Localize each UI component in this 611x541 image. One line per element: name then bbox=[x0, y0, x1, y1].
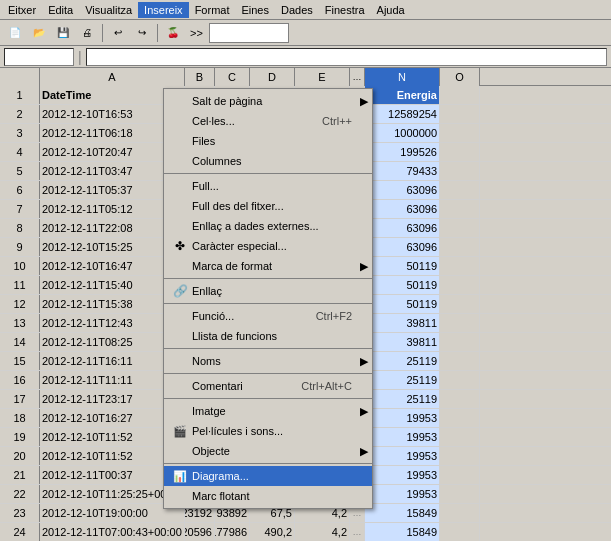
col-header-d[interactable]: D bbox=[250, 68, 295, 86]
undo-btn[interactable]: ↩ bbox=[107, 22, 129, 44]
menu-item-celles[interactable]: Cel·les... Ctrl++ bbox=[164, 111, 372, 131]
menu-eitxer[interactable]: Eitxer bbox=[2, 2, 42, 18]
cell[interactable]: 50119 bbox=[365, 257, 440, 275]
cell[interactable]: 15849 bbox=[365, 504, 440, 522]
menu-item-marca-format[interactable]: Marca de format ▶ bbox=[164, 256, 372, 276]
cell[interactable]: 19953 bbox=[365, 447, 440, 465]
cell[interactable] bbox=[440, 447, 480, 465]
col-header-b[interactable]: B bbox=[185, 68, 215, 86]
cell[interactable]: 4,2 bbox=[295, 523, 350, 541]
cell[interactable] bbox=[440, 143, 480, 161]
cell[interactable] bbox=[440, 352, 480, 370]
save-btn[interactable]: 💾 bbox=[52, 22, 74, 44]
menu-visualitza[interactable]: Visualitza bbox=[79, 2, 138, 18]
cell[interactable]: -20596 bbox=[185, 523, 215, 541]
cell[interactable]: 63096 bbox=[365, 200, 440, 218]
cell[interactable]: -177986 bbox=[215, 523, 250, 541]
cell[interactable] bbox=[440, 523, 480, 541]
cell[interactable] bbox=[440, 124, 480, 142]
cell[interactable] bbox=[440, 314, 480, 332]
cell[interactable]: 19953 bbox=[365, 485, 440, 503]
font-name-input[interactable]: Arial bbox=[209, 23, 289, 43]
redo-btn[interactable]: ↪ bbox=[131, 22, 153, 44]
cell[interactable]: 12589254 bbox=[365, 105, 440, 123]
new-btn[interactable]: 📄 bbox=[4, 22, 26, 44]
cell[interactable] bbox=[440, 409, 480, 427]
cell[interactable] bbox=[440, 257, 480, 275]
salt-icon bbox=[172, 93, 188, 109]
cell[interactable] bbox=[440, 295, 480, 313]
col-header-e[interactable]: E bbox=[295, 68, 350, 86]
menu-item-caracter[interactable]: ✤ Caràcter especial... bbox=[164, 236, 372, 256]
menu-item-salt-de-pagina[interactable]: Salt de pàgina ▶ bbox=[164, 91, 372, 111]
cell[interactable] bbox=[440, 162, 480, 180]
cell[interactable]: 19953 bbox=[365, 466, 440, 484]
menu-item-diagrama[interactable]: 📊 Diagrama... bbox=[164, 466, 372, 486]
cell[interactable]: … bbox=[350, 523, 365, 541]
cell[interactable]: 25119 bbox=[365, 390, 440, 408]
menu-item-full[interactable]: Full... bbox=[164, 176, 372, 196]
menu-item-marc-flotant[interactable]: Marc flotant bbox=[164, 486, 372, 506]
cell[interactable]: 2012-12-11T07:00:43+00:00 bbox=[40, 523, 185, 541]
cell[interactable] bbox=[440, 504, 480, 522]
cell[interactable]: 19953 bbox=[365, 428, 440, 446]
col-header-a[interactable]: A bbox=[40, 68, 185, 86]
menu-finestra[interactable]: Finestra bbox=[319, 2, 371, 18]
cell[interactable] bbox=[440, 466, 480, 484]
cell[interactable] bbox=[440, 371, 480, 389]
menu-item-imatge[interactable]: Imatge ▶ bbox=[164, 401, 372, 421]
menu-insereix[interactable]: Insereix bbox=[138, 2, 189, 18]
cell-reference[interactable]: N2:N217 bbox=[4, 48, 74, 66]
menu-edita[interactable]: Edita bbox=[42, 2, 79, 18]
menu-ajuda[interactable]: Ajuda bbox=[371, 2, 411, 18]
cell[interactable]: 1000000 bbox=[365, 124, 440, 142]
formula-input[interactable] bbox=[86, 48, 607, 66]
cell[interactable]: 63096 bbox=[365, 181, 440, 199]
cell[interactable] bbox=[440, 86, 480, 104]
print-btn[interactable]: 🖨 bbox=[76, 22, 98, 44]
cell[interactable]: 25119 bbox=[365, 352, 440, 370]
cell[interactable]: 199526 bbox=[365, 143, 440, 161]
menu-item-files[interactable]: Files bbox=[164, 131, 372, 151]
cell[interactable] bbox=[440, 238, 480, 256]
menu-item-funcio[interactable]: Funció... Ctrl+F2 bbox=[164, 306, 372, 326]
menu-item-enllac[interactable]: 🔗 Enllaç bbox=[164, 281, 372, 301]
cell[interactable] bbox=[440, 276, 480, 294]
cell[interactable] bbox=[440, 219, 480, 237]
cherry-btn[interactable]: 🍒 bbox=[162, 22, 184, 44]
cell[interactable]: 490,2 bbox=[250, 523, 295, 541]
cell[interactable]: 15849 bbox=[365, 523, 440, 541]
menu-item-pellicules[interactable]: 🎬 Pel·lícules i sons... bbox=[164, 421, 372, 441]
col-header-o[interactable]: O bbox=[440, 68, 480, 86]
cell[interactable]: Energia bbox=[365, 86, 440, 104]
cell[interactable] bbox=[440, 428, 480, 446]
cell[interactable] bbox=[440, 333, 480, 351]
col-header-c[interactable]: C bbox=[215, 68, 250, 86]
cell[interactable]: 39811 bbox=[365, 333, 440, 351]
menu-item-full-fitxer[interactable]: Full des del fitxer... bbox=[164, 196, 372, 216]
cell[interactable] bbox=[440, 390, 480, 408]
cell[interactable] bbox=[440, 181, 480, 199]
cell[interactable]: 25119 bbox=[365, 371, 440, 389]
menu-item-llista-funcions[interactable]: Llista de funcions bbox=[164, 326, 372, 346]
col-header-n[interactable]: N bbox=[365, 68, 440, 86]
cell[interactable] bbox=[440, 200, 480, 218]
cell[interactable] bbox=[440, 105, 480, 123]
menu-dades[interactable]: Dades bbox=[275, 2, 319, 18]
cell[interactable]: 39811 bbox=[365, 314, 440, 332]
cell[interactable] bbox=[440, 485, 480, 503]
cell[interactable]: 63096 bbox=[365, 238, 440, 256]
menu-item-noms[interactable]: Noms ▶ bbox=[164, 351, 372, 371]
menu-item-objecte[interactable]: Objecte ▶ bbox=[164, 441, 372, 461]
cell[interactable]: 79433 bbox=[365, 162, 440, 180]
menu-format[interactable]: Format bbox=[189, 2, 236, 18]
cell[interactable]: 50119 bbox=[365, 295, 440, 313]
cell[interactable]: 19953 bbox=[365, 409, 440, 427]
menu-item-enllac-dades[interactable]: Enllaç a dades externes... bbox=[164, 216, 372, 236]
open-btn[interactable]: 📂 bbox=[28, 22, 50, 44]
cell[interactable]: 50119 bbox=[365, 276, 440, 294]
cell[interactable]: 63096 bbox=[365, 219, 440, 237]
menu-item-comentari[interactable]: Comentari Ctrl+Alt+C bbox=[164, 376, 372, 396]
menu-item-columnes[interactable]: Columnes bbox=[164, 151, 372, 171]
menu-eines[interactable]: Eines bbox=[235, 2, 275, 18]
